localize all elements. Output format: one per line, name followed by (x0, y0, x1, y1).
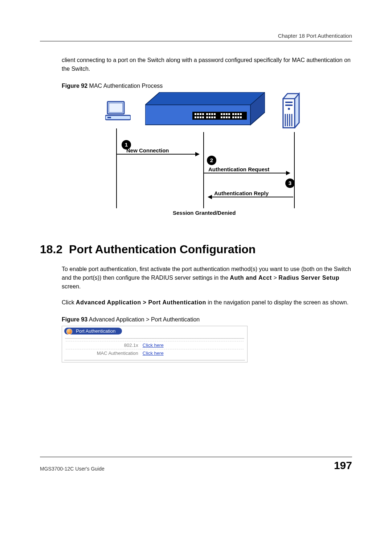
para1-text-c: screen. (62, 283, 81, 290)
path-advanced-application: Advanced Application > Port Authenticati… (76, 299, 206, 305)
svg-rect-15 (214, 113, 216, 115)
figure-93-caption-text: Advanced Application > Port Authenticati… (87, 316, 200, 323)
svg-rect-22 (211, 116, 213, 118)
svg-rect-7 (192, 112, 247, 120)
lifeline-server (294, 132, 295, 208)
arrow-auth-request (204, 173, 290, 173)
figure-93-caption: Figure 93 Advanced Application > Port Au… (62, 316, 352, 323)
svg-rect-21 (209, 116, 211, 118)
svg-rect-13 (209, 113, 211, 115)
svg-rect-32 (221, 116, 222, 118)
label-auth-request: Authentication Request (208, 166, 269, 172)
switch-icon (145, 92, 265, 128)
section-title: Port Authentication Configuration (69, 243, 256, 256)
svg-rect-19 (202, 116, 204, 118)
svg-rect-44 (285, 104, 293, 106)
svg-rect-29 (235, 113, 237, 115)
svg-rect-38 (237, 116, 239, 118)
footer-guide-name: MGS3700-12C User's Guide (40, 466, 105, 472)
figure-92-diagram: 1 New Connection 2 Authentication Reques… (105, 92, 309, 219)
section-paragraph-1: To enable port authentication, first act… (62, 265, 352, 291)
svg-rect-36 (232, 116, 234, 118)
row-label-8021x: 802.1x (66, 341, 140, 349)
figure-92-caption-text: MAC Authentication Process (87, 83, 163, 89)
section-heading: 18.2 Port Authentication Configuration (40, 243, 352, 256)
svg-rect-20 (206, 116, 208, 118)
port-auth-table: 802.1x Click here MAC Authentication Cli… (66, 341, 244, 357)
svg-rect-14 (211, 113, 213, 115)
svg-rect-24 (221, 113, 222, 115)
svg-rect-9 (197, 113, 199, 115)
page-footer: MGS3700-12C User's Guide 197 (40, 457, 352, 472)
panel-title-pill: Port Authentication (64, 328, 122, 335)
svg-rect-25 (223, 113, 225, 115)
svg-rect-1 (109, 103, 123, 112)
arrow-new-connection (117, 154, 199, 155)
svg-rect-30 (237, 113, 239, 115)
link-8021x[interactable]: Click here (143, 342, 164, 348)
label-new-connection: New Connection (126, 147, 169, 153)
client-pc-icon (105, 99, 131, 126)
svg-rect-12 (206, 113, 208, 115)
panel-separator-bottom (64, 360, 245, 361)
label-auth-reply: Authentication Reply (214, 190, 269, 196)
svg-rect-26 (226, 113, 228, 115)
svg-rect-27 (228, 113, 230, 115)
svg-rect-43 (285, 102, 293, 103)
figure-92-caption-num: Figure 92 (62, 83, 87, 89)
svg-point-45 (288, 108, 290, 110)
lifeline-switch (203, 132, 204, 208)
figure-92-caption: Figure 92 MAC Authentication Process (62, 83, 352, 89)
chapter-header: Chapter 18 Port Authentication (40, 33, 352, 41)
svg-rect-34 (226, 116, 228, 118)
svg-rect-3 (107, 117, 111, 118)
step-3-bubble: 3 (285, 178, 295, 188)
lifeline-client (116, 128, 117, 208)
footer-page-number: 197 (334, 459, 352, 472)
arrow-auth-reply (208, 197, 293, 197)
svg-rect-11 (202, 113, 204, 115)
svg-rect-10 (200, 113, 201, 115)
svg-rect-18 (200, 116, 201, 118)
table-row: 802.1x Click here (66, 341, 244, 349)
figure-93-panel: Port Authentication 802.1x Click here MA… (62, 326, 248, 362)
svg-marker-42 (295, 94, 299, 128)
section-number: 18.2 (40, 243, 62, 256)
radius-server-icon (279, 92, 301, 130)
svg-rect-23 (214, 116, 216, 118)
svg-rect-33 (223, 116, 225, 118)
svg-rect-17 (197, 116, 199, 118)
svg-rect-8 (195, 113, 196, 115)
svg-rect-28 (232, 113, 234, 115)
para2-text-b: in the navigation panel to display the s… (206, 299, 348, 305)
intro-paragraph: client connecting to a port on the Switc… (62, 56, 352, 73)
path-auth-and-acct: Auth and Acct (230, 275, 272, 281)
svg-rect-31 (240, 113, 242, 115)
para2-text-a: Click (62, 299, 76, 305)
figure-93-caption-num: Figure 93 (62, 316, 87, 323)
path-radius-server-setup: Radius Server Setup (278, 275, 339, 281)
para1-sep: > (272, 275, 278, 281)
link-mac-auth[interactable]: Click here (143, 350, 164, 356)
svg-rect-16 (195, 116, 196, 118)
section-paragraph-2: Click Advanced Application > Port Authen… (62, 298, 352, 307)
row-label-mac-auth: MAC Authentication (66, 349, 140, 357)
svg-rect-35 (228, 116, 230, 118)
step-2-bubble: 2 (207, 156, 216, 165)
svg-rect-37 (235, 116, 237, 118)
label-session-result: Session Granted/Denied (173, 210, 236, 216)
panel-separator (65, 338, 244, 339)
table-row: MAC Authentication Click here (66, 349, 244, 357)
svg-rect-39 (240, 116, 242, 118)
